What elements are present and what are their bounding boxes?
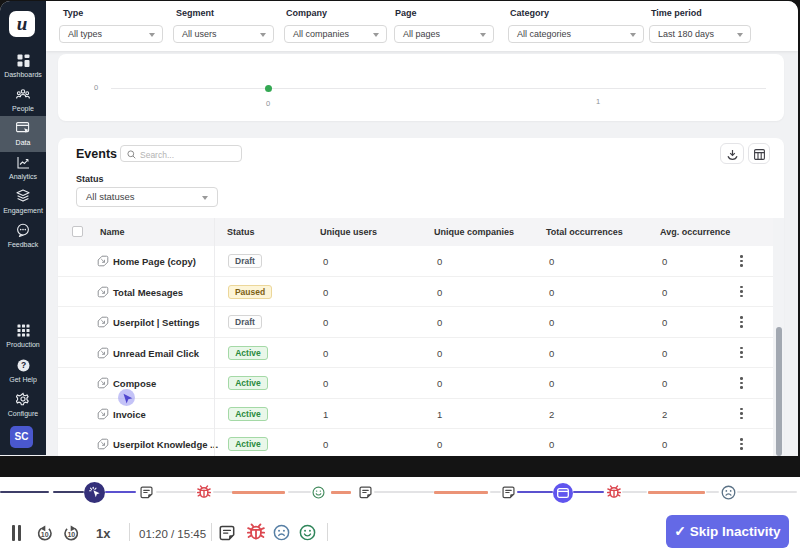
svg-text:10: 10 [67, 531, 75, 538]
svg-text:10: 10 [41, 531, 49, 538]
svg-text:?: ? [20, 360, 25, 370]
